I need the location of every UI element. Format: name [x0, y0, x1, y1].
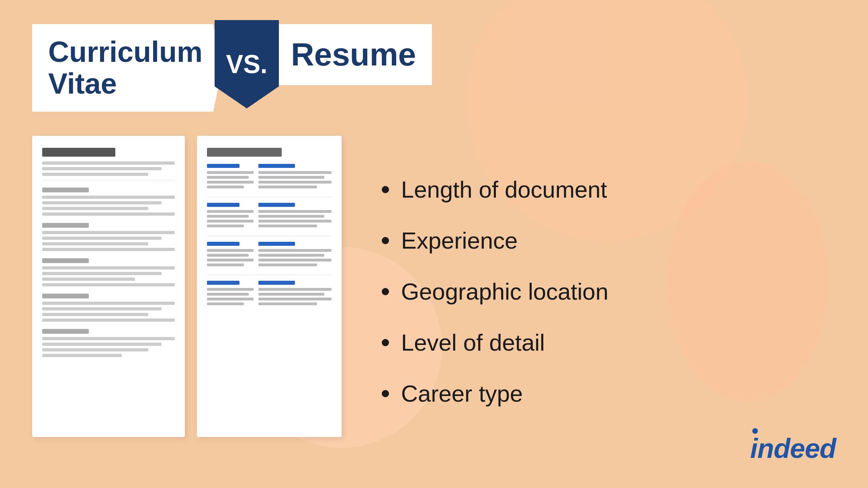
bullet-item-1: Length of document	[382, 176, 836, 203]
cv-document	[32, 136, 185, 437]
bullet-text: Length of document	[401, 176, 607, 203]
bullet-dot	[382, 237, 389, 244]
indeed-logo: indeed	[750, 433, 836, 464]
resume-title-box: Resume	[271, 24, 432, 85]
bullet-dot	[382, 339, 389, 346]
bullet-item-3: Geographic location	[382, 278, 836, 305]
bullet-list: Length of document Experience Geographic…	[358, 136, 836, 431]
cv-title: Curriculum Vitae	[48, 36, 203, 100]
bullet-text: Geographic location	[401, 278, 608, 305]
main-body: Length of document Experience Geographic…	[32, 136, 836, 437]
bullet-dot	[382, 186, 389, 193]
indeed-i-dot	[752, 428, 758, 434]
resume-doc-header-bar	[207, 148, 282, 157]
resume-document	[197, 136, 342, 437]
bullet-dot	[382, 288, 389, 295]
main-container: Curriculum Vitae VS. Resume	[0, 0, 868, 488]
header: Curriculum Vitae VS. Resume	[32, 24, 836, 112]
vs-badge: VS.	[215, 20, 279, 108]
bullet-item-2: Experience	[382, 227, 836, 254]
documents-section	[32, 136, 342, 437]
indeed-logo-text: indeed	[750, 433, 836, 463]
bullet-text: Career type	[401, 380, 523, 407]
resume-title: Resume	[291, 36, 416, 73]
cv-title-box: Curriculum Vitae	[32, 24, 223, 112]
cv-doc-header-bar	[42, 148, 115, 157]
bullet-item-5: Career type	[382, 380, 836, 407]
bullet-item-4: Level of detail	[382, 329, 836, 356]
bullet-text: Level of detail	[401, 329, 545, 356]
bullet-text: Experience	[401, 227, 518, 254]
bullet-dot	[382, 390, 389, 397]
